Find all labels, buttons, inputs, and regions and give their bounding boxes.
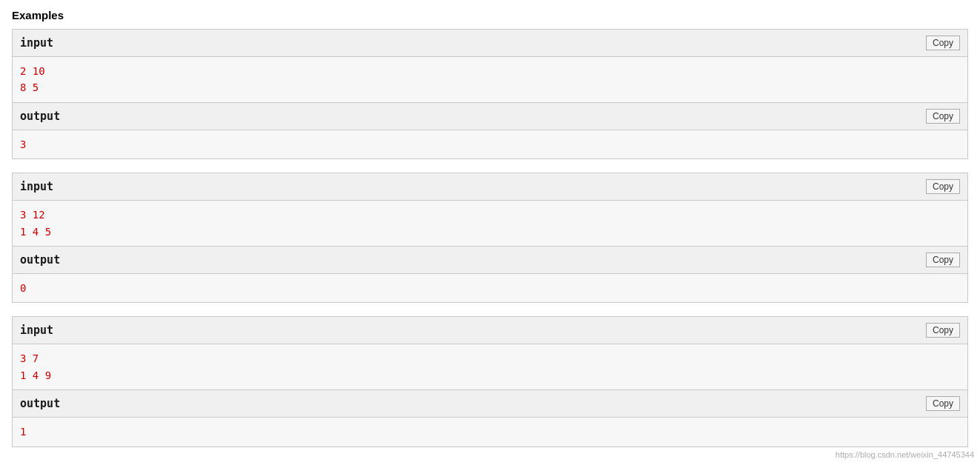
output-header-3: outputCopy — [13, 389, 967, 418]
input-label-3: input — [20, 324, 53, 337]
output-header-1: outputCopy — [13, 102, 967, 130]
input-content-3: 3 71 4 9 — [13, 344, 967, 389]
input-copy-button-2[interactable]: Copy — [926, 179, 960, 194]
input-content-1: 2 108 5 — [13, 57, 967, 102]
output-content-3: 1 — [13, 418, 967, 446]
input-header-3: inputCopy — [13, 317, 967, 344]
output-content-2: 0 — [13, 274, 967, 302]
output-label-3: output — [20, 397, 60, 410]
input-header-1: inputCopy — [13, 30, 967, 57]
output-label-1: output — [20, 110, 60, 123]
input-label-1: input — [20, 36, 53, 50]
input-copy-button-1[interactable]: Copy — [926, 36, 960, 50]
input-label-2: input — [20, 180, 53, 193]
example-block-1: inputCopy2 108 5outputCopy3 — [12, 29, 968, 159]
example-block-3: inputCopy3 71 4 9outputCopy1 — [12, 316, 968, 446]
output-label-2: output — [20, 253, 60, 267]
output-copy-button-2[interactable]: Copy — [926, 252, 960, 267]
output-copy-button-3[interactable]: Copy — [926, 396, 960, 411]
output-content-1: 3 — [13, 130, 967, 158]
output-header-2: outputCopy — [13, 246, 967, 274]
watermark: https://blog.csdn.net/weixin_44745344 — [836, 450, 974, 459]
output-copy-button-1[interactable]: Copy — [926, 109, 960, 124]
input-header-2: inputCopy — [13, 173, 967, 201]
input-copy-button-3[interactable]: Copy — [926, 323, 960, 338]
input-content-2: 3 121 4 5 — [13, 201, 967, 246]
page-title: Examples — [12, 9, 968, 21]
example-block-2: inputCopy3 121 4 5outputCopy0 — [12, 173, 968, 303]
